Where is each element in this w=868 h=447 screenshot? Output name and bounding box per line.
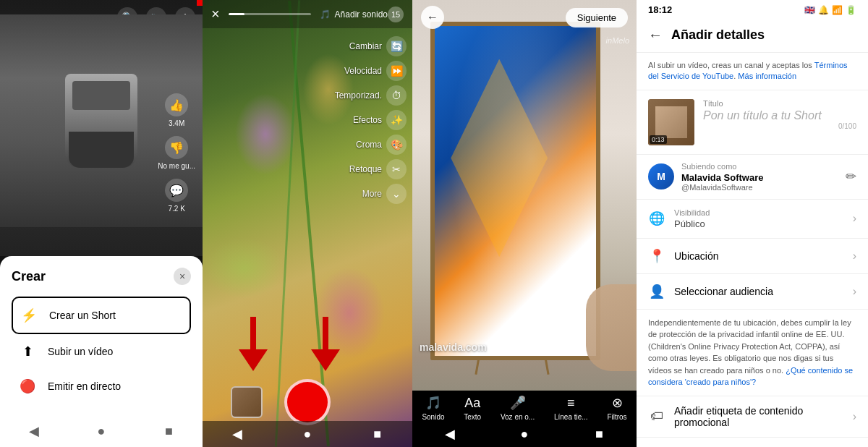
home-nav[interactable]: ● bbox=[91, 421, 111, 441]
title-input[interactable]: Pon un título a tu Short bbox=[703, 109, 856, 122]
tool-more[interactable]: More ⌄ bbox=[362, 184, 407, 204]
website-label: malavida.com bbox=[420, 341, 487, 353]
battery-icon: 🔋 bbox=[846, 5, 856, 15]
promo-label: Añadir etiqueta de contenido promocional bbox=[674, 405, 844, 428]
tool-retoque[interactable]: Retoque ✂ bbox=[349, 159, 407, 179]
temporizador-icon: ⏱ bbox=[386, 85, 407, 106]
location-chevron: › bbox=[853, 250, 856, 263]
user-handle: @MalavidaSoftware bbox=[681, 183, 838, 192]
create-close-button[interactable]: × bbox=[174, 268, 191, 285]
tool-linea[interactable]: ≡ Línea tie... bbox=[554, 396, 588, 421]
gallery-thumbnail[interactable] bbox=[231, 386, 263, 418]
home-nav-p2[interactable]: ● bbox=[297, 424, 318, 444]
voz-icon: 🎤 bbox=[510, 395, 526, 411]
live-stream-item[interactable]: 🔴 Emitir en directo bbox=[12, 369, 191, 404]
visibility-value: Público bbox=[674, 218, 844, 229]
live-label: Emitir en directo bbox=[48, 380, 121, 392]
record-button[interactable] bbox=[284, 379, 331, 425]
recents-nav-p3[interactable]: ■ bbox=[589, 424, 609, 444]
comment-action[interactable]: 💬 7.2 K bbox=[165, 179, 188, 213]
tool-voz[interactable]: 🎤 Voz en o... bbox=[501, 395, 535, 421]
tos-notice: Al subir un vídeo, creas un canal y acep… bbox=[637, 53, 868, 90]
upload-video-item[interactable]: ⬆ Subir un vídeo bbox=[12, 334, 191, 369]
home-nav-p3[interactable]: ● bbox=[514, 424, 535, 444]
visibility-label: Visibilidad bbox=[674, 208, 844, 217]
char-count: 0/100 bbox=[703, 122, 856, 130]
tool-more-label: More bbox=[362, 189, 382, 199]
texto-label: Texto bbox=[464, 413, 481, 421]
recents-nav-p2[interactable]: ■ bbox=[367, 424, 388, 444]
cambiar-icon: 🔄 bbox=[386, 36, 407, 56]
tool-texto[interactable]: Aa Texto bbox=[464, 396, 481, 421]
details-header: ← Añadir detalles bbox=[637, 20, 868, 53]
camera-tools: Cambiar 🔄 Velocidad ⏩ Temporizad. ⏱ Efec… bbox=[335, 36, 407, 204]
create-title: Crear bbox=[12, 269, 46, 284]
like-action[interactable]: 👍 3.4M bbox=[165, 93, 188, 127]
panel2-nav: ◀ ● ■ bbox=[203, 421, 412, 447]
sonido-label: Sonido bbox=[422, 413, 444, 421]
recents-nav[interactable]: ■ bbox=[158, 421, 179, 441]
details-back-button[interactable]: ← bbox=[648, 27, 663, 43]
tool-temporizador-label: Temporizad. bbox=[335, 90, 382, 101]
dislike-label: No me gu... bbox=[158, 162, 195, 170]
velocidad-icon: ⏩ bbox=[386, 61, 407, 81]
tool-croma[interactable]: Croma 🎨 bbox=[356, 135, 407, 155]
tool-efectos[interactable]: Efectos ✨ bbox=[353, 110, 407, 130]
dislike-action[interactable]: 👎 No me gu... bbox=[158, 136, 195, 170]
visibility-chevron: › bbox=[853, 212, 856, 225]
visibility-row[interactable]: 🌐 Visibilidad Público › bbox=[637, 200, 868, 239]
tool-retoque-label: Retoque bbox=[349, 164, 382, 174]
more-info-link[interactable]: Más información bbox=[738, 72, 796, 80]
svg-marker-1 bbox=[239, 349, 268, 371]
promo-icon: 🏷 bbox=[648, 408, 665, 425]
texto-icon: Aa bbox=[464, 396, 480, 411]
upload-icon: ⬆ bbox=[17, 341, 38, 362]
tool-velocidad[interactable]: Velocidad ⏩ bbox=[344, 61, 407, 81]
flag-icon: 🇬🇧 bbox=[804, 5, 815, 15]
back-nav[interactable]: ◀ bbox=[24, 421, 44, 441]
camera-close-button[interactable]: × bbox=[211, 6, 220, 22]
linea-icon: ≡ bbox=[567, 396, 575, 411]
notice-text: Al subir un vídeo, creas un canal y acep… bbox=[648, 61, 814, 69]
watermark: inMelo bbox=[606, 36, 629, 45]
uploading-label: Subiendo como bbox=[681, 162, 838, 171]
video-title-area: Título Pon un título a tu Short 0/100 bbox=[703, 99, 856, 130]
tool-cambiar-label: Cambiar bbox=[349, 41, 382, 51]
audience-label: Seleccionar audiencia bbox=[674, 286, 844, 297]
tool-cambiar[interactable]: Cambiar 🔄 bbox=[349, 36, 407, 56]
preview-back-button[interactable]: ← bbox=[421, 6, 444, 29]
visibility-info: Visibilidad Público bbox=[674, 208, 844, 229]
panel4-add-details: 18:12 🇬🇧 🔔 📶 🔋 ← Añadir detalles Al subi… bbox=[637, 0, 868, 447]
video-info-row: 0:13 Título Pon un título a tu Short 0/1… bbox=[637, 90, 868, 155]
efectos-icon: ✨ bbox=[386, 110, 407, 130]
next-button[interactable]: Siguiente bbox=[566, 8, 628, 27]
edit-account-icon[interactable]: ✏ bbox=[846, 169, 856, 184]
retoque-icon: ✂ bbox=[386, 159, 407, 179]
add-sound-button[interactable]: 🎵 Añadir sonido bbox=[320, 9, 388, 20]
recording-progress bbox=[229, 13, 311, 15]
promo-chevron: › bbox=[853, 410, 856, 423]
comments-row[interactable]: 💬 Comentarios Desactivar comentarios › bbox=[637, 438, 868, 447]
tool-filtros[interactable]: ⊗ Filtros bbox=[607, 395, 626, 421]
filtros-label: Filtros bbox=[607, 413, 626, 421]
audience-row[interactable]: 👤 Seleccionar audiencia › bbox=[637, 274, 868, 310]
croma-icon: 🎨 bbox=[386, 135, 407, 155]
promo-row[interactable]: 🏷 Añadir etiqueta de contenido promocion… bbox=[637, 396, 868, 438]
back-nav-p3[interactable]: ◀ bbox=[440, 424, 460, 444]
preview-top-bar: ← Siguiente bbox=[412, 0, 637, 35]
short-icon: ⚡ bbox=[19, 305, 39, 325]
tool-sonido[interactable]: 🎵 Sonido bbox=[422, 395, 444, 421]
create-short-item[interactable]: ⚡ Crear un Short bbox=[12, 297, 191, 334]
back-nav-p2[interactable]: ◀ bbox=[227, 424, 247, 444]
status-time: 18:12 bbox=[648, 4, 672, 15]
timer-counter: 15 bbox=[388, 7, 404, 22]
filtros-icon: ⊗ bbox=[612, 395, 623, 411]
tool-temporizador[interactable]: Temporizad. ⏱ bbox=[335, 85, 407, 106]
audience-icon: 👤 bbox=[648, 283, 665, 300]
panel3-nav: ◀ ● ■ bbox=[412, 421, 637, 447]
upload-label: Subir un vídeo bbox=[48, 346, 113, 357]
status-icons: 🇬🇧 🔔 📶 🔋 bbox=[804, 5, 856, 15]
location-row[interactable]: 📍 Ubicación › bbox=[637, 239, 868, 274]
location-icon: 📍 bbox=[648, 247, 665, 265]
panel1-nav: ◀ ● ■ bbox=[0, 415, 203, 447]
